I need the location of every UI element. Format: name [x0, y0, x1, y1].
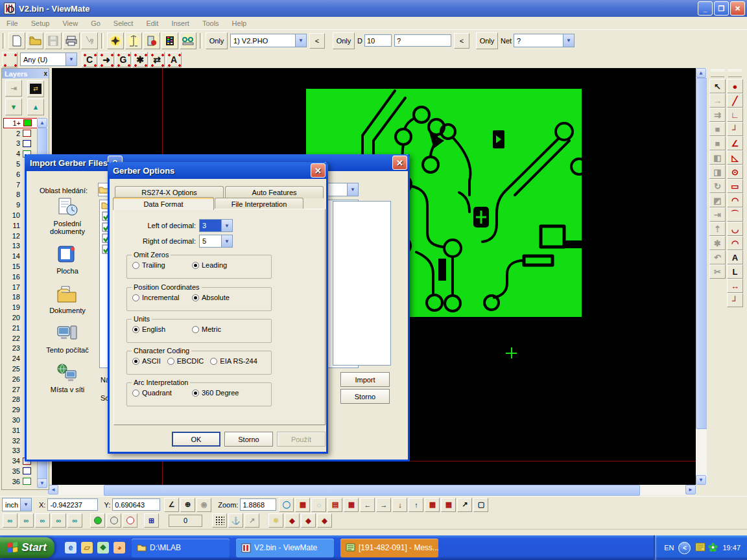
- stretch-window-icon[interactable]: ↗: [457, 498, 472, 512]
- pad-diamond-s-icon[interactable]: ◆: [301, 513, 316, 528]
- radio-absolute[interactable]: Absolute: [192, 294, 252, 301]
- print-icon[interactable]: [63, 32, 80, 49]
- dialog-close-button[interactable]: ✕: [392, 156, 407, 170]
- radio-icon[interactable]: [192, 262, 199, 269]
- menu-edit[interactable]: Edit: [139, 18, 165, 29]
- select-cursor-icon[interactable]: ↖: [709, 79, 726, 93]
- scrollbar-thumb[interactable]: [696, 78, 707, 429]
- draw-line-icon[interactable]: ╱: [727, 93, 743, 108]
- menu-view[interactable]: View: [56, 18, 84, 29]
- fill-rect-icon[interactable]: ■: [709, 122, 726, 136]
- transform-settings-icon[interactable]: ✱: [709, 236, 726, 250]
- radio-icon[interactable]: [132, 390, 139, 397]
- ok-button[interactable]: OK: [172, 432, 220, 447]
- draw-label-icon[interactable]: L: [727, 264, 743, 279]
- layers-panel-close-icon[interactable]: x: [43, 70, 47, 77]
- place-item[interactable]: Tento počítač: [37, 323, 98, 354]
- snip-icon[interactable]: ✂: [709, 264, 726, 279]
- pan-left-icon[interactable]: ←: [360, 498, 375, 512]
- layer-color-swatch[interactable]: [23, 130, 31, 137]
- draw-text-icon[interactable]: A: [727, 250, 743, 264]
- only-dcode-button[interactable]: Only: [333, 32, 355, 49]
- start-button[interactable]: Start: [0, 537, 54, 558]
- layer-ref-bulb-icon[interactable]: [123, 513, 137, 528]
- draw-circle-icon[interactable]: ⊙: [727, 165, 743, 179]
- view-highlight-2-icon[interactable]: ∞: [19, 513, 34, 528]
- taskbar-task-2[interactable]: [191-482-091] - Mess...: [340, 539, 438, 557]
- draw-pad-icon[interactable]: ●: [727, 79, 743, 93]
- close-button[interactable]: ✕: [730, 1, 745, 16]
- new-document-icon[interactable]: [8, 32, 25, 49]
- apply-button[interactable]: Použít: [277, 432, 326, 447]
- film-dot-icon[interactable]: [143, 32, 160, 49]
- tab-data-format[interactable]: Data Format: [113, 197, 214, 210]
- vertical-scrollbar[interactable]: ▲ ▼: [696, 68, 707, 485]
- origin-crosshair-icon[interactable]: ⊕: [180, 498, 195, 512]
- copy-feature-icon[interactable]: ⇉: [709, 108, 726, 122]
- taskbar-task-0[interactable]: D:\MLAB: [132, 539, 230, 557]
- draw-triangle-icon[interactable]: ◺: [727, 150, 743, 165]
- chevron-down-icon[interactable]: ▼: [221, 220, 232, 231]
- chevron-down-icon[interactable]: ▼: [221, 235, 232, 247]
- draw-polyline-icon[interactable]: ∟: [727, 108, 743, 122]
- draw-dimension-icon[interactable]: ↔: [727, 279, 743, 293]
- selection-frame-icon[interactable]: ▢: [473, 498, 488, 512]
- selected-files-list[interactable]: [333, 201, 391, 366]
- draw-angle-icon[interactable]: ∠: [727, 136, 743, 150]
- import-button[interactable]: Import: [340, 372, 390, 387]
- pad-grid-icon[interactable]: ▦: [425, 498, 440, 512]
- menu-setup[interactable]: Setup: [25, 18, 56, 29]
- zoom-grid-icon[interactable]: ▦: [295, 498, 310, 512]
- dialog-close-button[interactable]: ✕: [311, 163, 326, 178]
- fill-rect-2-icon[interactable]: ■: [709, 136, 726, 150]
- net-combo[interactable]: ? ▼: [514, 34, 575, 47]
- scroll-left-icon[interactable]: ◄: [48, 485, 58, 495]
- reader-icon[interactable]: ❖: [97, 542, 109, 554]
- chevron-down-icon[interactable]: ▼: [295, 34, 306, 47]
- select-gerber-tool[interactable]: G: [115, 52, 131, 67]
- pad-grid-move-icon[interactable]: ▦: [441, 498, 456, 512]
- layer-on-bulb-icon[interactable]: [90, 513, 105, 528]
- radio-leading[interactable]: Leading: [192, 261, 252, 269]
- radio-trailing[interactable]: Trailing: [132, 261, 192, 269]
- move-feature-icon[interactable]: →: [709, 93, 726, 108]
- board-extents-icon[interactable]: ▤: [327, 498, 342, 512]
- draw-arc-tangent-icon[interactable]: ◠: [727, 236, 743, 250]
- menu-file[interactable]: File: [0, 18, 25, 29]
- firefox-icon[interactable]: ◕: [113, 542, 125, 554]
- select-move-tool[interactable]: ➜: [99, 52, 114, 67]
- select-swap-tool[interactable]: ⇄: [149, 52, 165, 67]
- menu-insert[interactable]: Insert: [165, 18, 196, 29]
- scroll-down-icon[interactable]: ▼: [37, 478, 47, 488]
- selection-filter-combo[interactable]: Any (U) ▼: [20, 52, 77, 66]
- only-net-button[interactable]: Only: [476, 32, 498, 49]
- scale-icon[interactable]: ◩: [709, 193, 726, 207]
- draw-arc-chord-icon[interactable]: ◠: [727, 193, 743, 207]
- pan-down-icon[interactable]: ↓: [392, 498, 407, 512]
- radio-ebcdic[interactable]: EBCDIC: [167, 357, 204, 365]
- measure-tool-icon[interactable]: [125, 32, 142, 49]
- scroll-right-icon[interactable]: ►: [685, 485, 696, 495]
- right-of-decimal-combo[interactable]: 5 ▼: [199, 235, 233, 248]
- zoom-value-input[interactable]: 1.8868: [240, 498, 276, 511]
- layer-table-icon[interactable]: ⇄: [27, 80, 44, 97]
- move-layer-down-icon[interactable]: ▼: [5, 99, 22, 115]
- scrollbar-thumb[interactable]: [104, 485, 640, 496]
- select-flash-tool[interactable]: ✱: [132, 52, 148, 67]
- view-highlight-5-icon[interactable]: ∞: [67, 513, 82, 528]
- radio-icon[interactable]: [192, 326, 199, 333]
- selection-marquee-icon[interactable]: [2, 52, 18, 67]
- place-item[interactable]: Dokumenty: [37, 284, 98, 314]
- scroll-up-icon[interactable]: ▲: [37, 118, 47, 128]
- view-highlight-1-icon[interactable]: ∞: [3, 513, 18, 528]
- radio-icon[interactable]: [167, 358, 174, 365]
- radio-icon[interactable]: [192, 390, 199, 397]
- draw-rectangle-icon[interactable]: ▭: [727, 179, 743, 193]
- radio-icon[interactable]: [132, 262, 139, 269]
- save-file-icon[interactable]: [45, 32, 62, 49]
- previous-layer-button[interactable]: <: [309, 33, 325, 49]
- layer-color-swatch[interactable]: [23, 478, 31, 485]
- minimize-button[interactable]: _: [698, 1, 713, 16]
- anchor-icon[interactable]: ⚓: [228, 513, 243, 528]
- pane-split-icon[interactable]: ⊞: [144, 513, 159, 528]
